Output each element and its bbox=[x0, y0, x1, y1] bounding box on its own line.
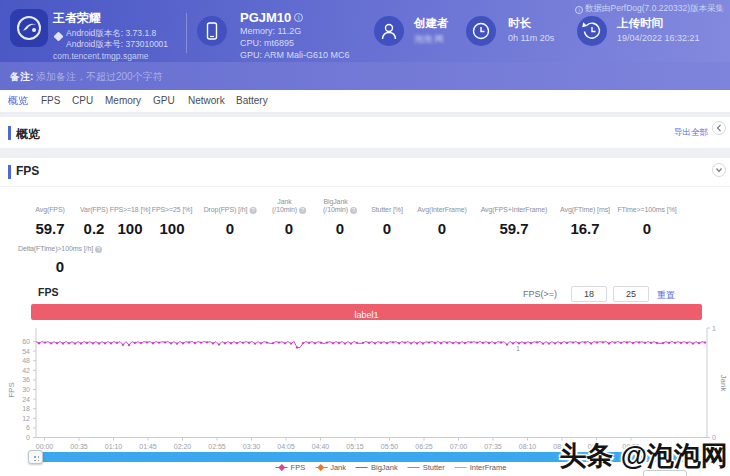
tab-network[interactable]: Network bbox=[188, 90, 225, 112]
stat-label: Avg(FPS+InterFrame) bbox=[481, 206, 548, 214]
stat-label: Avg(FTime) [ms] bbox=[560, 206, 610, 214]
svg-text:05:15: 05:15 bbox=[346, 443, 364, 450]
stat-label: FPS>=25 [%] bbox=[152, 206, 193, 214]
stat-value: 100 bbox=[110, 220, 151, 237]
upload-time-label: 上传时间 bbox=[617, 16, 663, 31]
svg-text:36: 36 bbox=[22, 376, 30, 383]
legend-interframe[interactable]: InterFrame bbox=[455, 463, 507, 472]
svg-text:6: 6 bbox=[26, 424, 30, 431]
legend-label: BigJank bbox=[371, 463, 398, 472]
help-icon[interactable]: ? bbox=[299, 207, 306, 214]
device-info-icon[interactable]: i bbox=[294, 13, 303, 22]
stat-label: FTime>=100ms [%] bbox=[617, 206, 676, 214]
stat-value: 16.7 bbox=[560, 220, 610, 237]
help-icon[interactable]: ? bbox=[95, 246, 102, 253]
remark-placeholder: 添加备注，不超过200个字符 bbox=[36, 70, 163, 84]
svg-text:24: 24 bbox=[22, 396, 30, 403]
svg-text:1: 1 bbox=[516, 345, 520, 352]
legend-marker bbox=[276, 464, 288, 472]
stat-col: Drop(FPS) [/h]?0 bbox=[204, 197, 257, 237]
legend-bigjank[interactable]: BigJank bbox=[356, 463, 398, 472]
stat-col: Var(FPS)0.2 bbox=[80, 197, 108, 237]
stat-col: FPS>=18 [%]100 bbox=[110, 197, 151, 237]
svg-text:06:25: 06:25 bbox=[415, 443, 433, 450]
report-header: i数据由PerfDog(7.0.220332)版本采集 王者荣耀 Android… bbox=[0, 0, 730, 62]
app-name: 王者荣耀 bbox=[53, 10, 101, 27]
device-gpu: GPU: ARM Mali-G610 MC6 bbox=[240, 50, 350, 60]
svg-text:07:00: 07:00 bbox=[450, 443, 468, 450]
tab-cpu[interactable]: CPU bbox=[72, 90, 93, 112]
watermark: 头条 @泡泡网 bbox=[559, 438, 728, 474]
device-cpu: CPU: mt6895 bbox=[240, 38, 294, 48]
reset-link[interactable]: 重置 bbox=[657, 289, 675, 302]
legend-fps[interactable]: FPS bbox=[276, 463, 306, 472]
collect-version-note: i数据由PerfDog(7.0.220332)版本采集 bbox=[575, 3, 724, 15]
stat-label: Stutter [%] bbox=[371, 206, 403, 214]
stat-value: 0 bbox=[204, 220, 257, 237]
app-icon bbox=[10, 9, 48, 47]
svg-text:48: 48 bbox=[22, 357, 30, 364]
creator-icon bbox=[374, 16, 404, 46]
svg-text:1: 1 bbox=[712, 325, 716, 332]
tab-概览[interactable]: 概览 bbox=[8, 90, 28, 112]
stat-col: Jank (/10min)?0 bbox=[272, 197, 306, 237]
collapse-down-button[interactable] bbox=[712, 163, 726, 177]
legend-marker bbox=[356, 464, 368, 472]
stat-label: Var(FPS) bbox=[80, 206, 108, 214]
chart-legend: FPSJankBigJankStutterInterFrame bbox=[276, 463, 507, 472]
overview-title: 概览 bbox=[16, 126, 40, 143]
app-package: com.tencent.tmgp.sgame bbox=[53, 51, 148, 61]
tab-memory[interactable]: Memory bbox=[105, 90, 141, 112]
tab-fps[interactable]: FPS bbox=[41, 90, 60, 112]
partial-cropped-box bbox=[643, 470, 687, 476]
svg-text:00:00: 00:00 bbox=[36, 443, 54, 450]
upload-time-value: 19/04/2022 16:32:21 bbox=[617, 33, 700, 43]
svg-text:08:10: 08:10 bbox=[519, 443, 537, 450]
creator-label: 创建者 bbox=[414, 16, 449, 31]
overview-section: 概览 导出全部 bbox=[0, 117, 730, 148]
scrollbar-left-handle[interactable] bbox=[28, 450, 43, 464]
stat-value: 0 bbox=[617, 220, 676, 237]
legend-jank[interactable]: Jank bbox=[315, 463, 346, 472]
svg-text:02:55: 02:55 bbox=[208, 443, 226, 450]
phone-icon bbox=[197, 16, 227, 46]
collapse-left-button[interactable] bbox=[712, 121, 726, 135]
tab-battery[interactable]: Battery bbox=[236, 90, 268, 112]
stat-label: Avg(FPS) bbox=[35, 206, 64, 214]
legend-marker bbox=[455, 464, 467, 472]
fps-filter-label: FPS(>=) bbox=[523, 289, 557, 299]
export-all-link[interactable]: 导出全部 bbox=[674, 127, 708, 139]
fps-line-chart[interactable]: 60544842363024181260FPS10Jank00:0000:350… bbox=[0, 318, 730, 452]
svg-text:60: 60 bbox=[22, 338, 30, 345]
tab-gpu[interactable]: GPU bbox=[153, 90, 175, 112]
help-icon[interactable]: ? bbox=[350, 207, 357, 214]
remark-bar[interactable]: 备注: 添加备注，不超过200个字符 bbox=[0, 62, 730, 90]
stat-label: Drop(FPS) [/h] bbox=[204, 206, 248, 214]
svg-text:18: 18 bbox=[22, 405, 30, 412]
fps-header-divider bbox=[0, 186, 730, 187]
svg-text:03:30: 03:30 bbox=[243, 443, 261, 450]
svg-text:12: 12 bbox=[22, 415, 30, 422]
fps-threshold-input-2[interactable] bbox=[613, 286, 649, 302]
stat-label: FPS>=18 [%] bbox=[110, 206, 151, 214]
svg-text:01:10: 01:10 bbox=[105, 443, 123, 450]
legend-label: InterFrame bbox=[470, 463, 507, 472]
svg-text:54: 54 bbox=[22, 348, 30, 355]
svg-text:00:35: 00:35 bbox=[70, 443, 88, 450]
svg-text:02:20: 02:20 bbox=[174, 443, 192, 450]
stat-col: FTime>=100ms [%]0 bbox=[617, 197, 676, 237]
stat-value: 0 bbox=[272, 220, 306, 237]
fps-threshold-input-1[interactable] bbox=[571, 286, 607, 302]
duration-icon bbox=[466, 16, 496, 46]
legend-stutter[interactable]: Stutter bbox=[408, 463, 445, 472]
legend-label: Jank bbox=[330, 463, 346, 472]
stat-label: Jank (/10min) bbox=[272, 198, 297, 214]
stat-value: 0 bbox=[417, 220, 466, 237]
stat-label: Avg(InterFrame) bbox=[417, 206, 466, 214]
header-divider bbox=[186, 13, 187, 53]
legend-marker bbox=[408, 464, 420, 472]
stat-value: 59.7 bbox=[481, 220, 548, 237]
svg-text:FPS: FPS bbox=[7, 382, 16, 398]
help-icon[interactable]: ? bbox=[249, 207, 256, 214]
stat-col: BigJank (/10min)?0 bbox=[323, 197, 357, 237]
